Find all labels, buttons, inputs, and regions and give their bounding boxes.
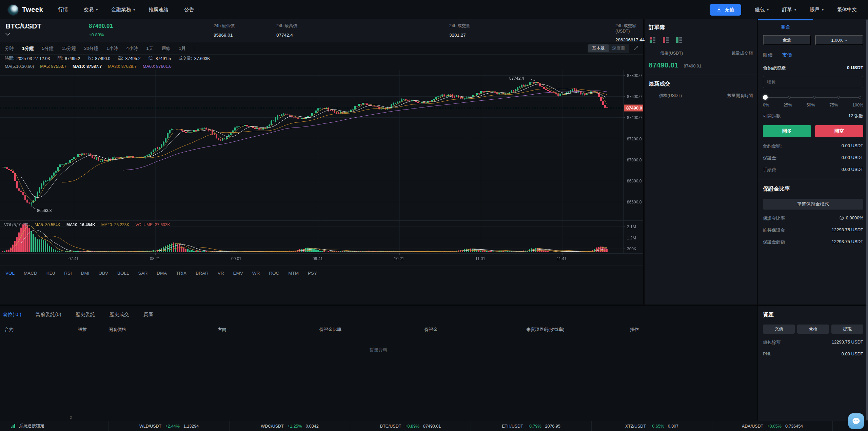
indicator-tab[interactable]: RSI bbox=[64, 271, 72, 276]
timeframe-tab[interactable]: 1小時 bbox=[106, 45, 118, 52]
depth-view-tab[interactable]: 深度圖 bbox=[609, 44, 629, 52]
quantity-input[interactable] bbox=[763, 76, 863, 88]
indicator-tab[interactable]: BOLL bbox=[117, 271, 129, 276]
margin-mode-button[interactable]: 全倉 bbox=[763, 35, 811, 45]
kline-chart[interactable]: VOL(5,10,20) MA5: 30.554K MA10: 16.454K … bbox=[0, 70, 643, 265]
basic-view-tab[interactable]: 基本版 bbox=[588, 44, 609, 52]
indicator-tab[interactable]: DMI bbox=[81, 271, 90, 276]
withdraw-asset-button[interactable]: 提現 bbox=[831, 325, 863, 334]
slider-dot[interactable] bbox=[788, 96, 791, 99]
positions-tab[interactable]: 歷史成交 bbox=[110, 311, 129, 318]
nav-item[interactable]: 金融業務 ▾ bbox=[111, 6, 135, 13]
ticker-item[interactable]: ADA/USDT +0.05% 0.736454 bbox=[712, 421, 833, 431]
indicator-tab[interactable]: PSY bbox=[308, 271, 317, 276]
candle-time: 2025-03-27 12:03 bbox=[16, 56, 50, 61]
timeframe-tab[interactable]: 5分鐘 bbox=[42, 45, 54, 52]
positions-tab[interactable]: 當前委託(0) bbox=[36, 311, 61, 318]
ticker-item[interactable]: WLD/USDT +2.44% 1.13294 bbox=[108, 421, 229, 431]
ticker-item[interactable]: WDC/USDT +1.25% 0.0342 bbox=[229, 421, 350, 431]
chat-widget-button[interactable] bbox=[848, 413, 864, 429]
positions-tab[interactable]: 資產 bbox=[143, 311, 153, 318]
download-icon bbox=[716, 7, 722, 12]
open-long-button[interactable]: 開多 bbox=[763, 125, 811, 137]
expand-icon[interactable] bbox=[633, 45, 638, 52]
positions-tab[interactable]: 歷史委託 bbox=[76, 311, 95, 318]
deposit-button[interactable]: 充值 bbox=[710, 4, 741, 16]
timeframe-tab[interactable]: 週線 bbox=[161, 45, 171, 52]
timeframe-tab[interactable]: 1分鐘 bbox=[22, 45, 34, 52]
nav-item[interactable]: 訂單 ▾ bbox=[782, 6, 796, 13]
nav-item[interactable]: 繁体中文 bbox=[837, 6, 859, 13]
deposit-asset-button[interactable]: 充值 bbox=[763, 325, 795, 334]
ticker-item[interactable]: BTC/USDT +0.89% 87490.01 bbox=[350, 421, 471, 431]
margin-balance-row: 保證金餘額 12293.75 USDT bbox=[763, 239, 863, 245]
timeframe-tab[interactable]: 1天 bbox=[146, 45, 153, 52]
candle-low: 87491.5 bbox=[156, 56, 171, 61]
brand[interactable]: Tweek bbox=[8, 5, 43, 15]
order-buttons: 開多 開空 bbox=[763, 125, 863, 137]
open-short-button[interactable]: 開空 bbox=[815, 125, 863, 137]
indicator-tab[interactable]: ROC bbox=[269, 271, 279, 276]
nav-item-label: 訂單 bbox=[782, 6, 792, 13]
indicator-tab[interactable]: TRIX bbox=[176, 271, 186, 276]
indicator-tab[interactable]: MTM bbox=[288, 271, 299, 276]
quantity-slider[interactable] bbox=[763, 95, 863, 100]
nav-item[interactable]: 交易 ▾ bbox=[84, 6, 98, 13]
nav-item[interactable]: 推廣連結 bbox=[149, 6, 171, 13]
indicator-tab[interactable]: OBV bbox=[99, 271, 108, 276]
indicator-tab[interactable]: DMA bbox=[157, 271, 167, 276]
timeframe-tab[interactable]: 30分鐘 bbox=[84, 45, 98, 52]
ticker-change: +0.65% bbox=[650, 424, 664, 429]
symbol-selector[interactable]: BTC/USDT bbox=[5, 22, 41, 37]
open-position-tab[interactable]: 開倉 bbox=[758, 19, 813, 34]
indicator-tab[interactable]: KDJ bbox=[46, 271, 55, 276]
timeframe-tab[interactable]: 分時 bbox=[5, 45, 14, 52]
indicator-tab[interactable]: EMV bbox=[233, 271, 243, 276]
positions-tab[interactable]: 倉位( 0 ) bbox=[3, 311, 21, 318]
order-type-tab[interactable]: 市價 bbox=[782, 52, 792, 58]
book-view-asks-icon[interactable] bbox=[663, 37, 669, 44]
slider-dot[interactable] bbox=[837, 96, 840, 99]
timeframe-tab[interactable]: 4小時 bbox=[126, 45, 138, 52]
nav-item[interactable]: 行情 bbox=[58, 6, 70, 13]
ticker-item[interactable]: ETH/USDT +0.79% 2076.95 bbox=[471, 421, 591, 431]
book-view-both-icon[interactable] bbox=[649, 37, 656, 44]
chevron-down-icon[interactable] bbox=[5, 31, 41, 37]
timeframe-tab[interactable]: 15分鐘 bbox=[62, 45, 76, 52]
ticker-item[interactable]: XTZ/USDT +0.65% 0.807 bbox=[591, 421, 712, 431]
trades-header: 開倉時間 bbox=[736, 93, 753, 99]
positions-table-header: 保證金比率 bbox=[319, 327, 425, 333]
orderbook-title: 訂單簿 bbox=[649, 24, 753, 31]
page-scrollbar[interactable] bbox=[866, 19, 868, 420]
indicator-tab[interactable]: MACD bbox=[24, 271, 37, 276]
leverage-button[interactable]: 1.00X ▸ bbox=[815, 35, 863, 45]
nav-item[interactable]: 公告 bbox=[184, 6, 196, 13]
single-coin-margin-mode-button[interactable]: 單幣保證金模式 bbox=[763, 199, 863, 210]
indicator-bar: VOLMACDKDJRSIDMIOBVBOLLSARDMATRIXBRARVRE… bbox=[0, 266, 643, 280]
slider-dot[interactable] bbox=[859, 96, 861, 99]
indicator-tab[interactable]: VR bbox=[218, 271, 224, 276]
ticker-strip: WLD/USDT +2.44% 1.13294 WDC/USDT +1.25% … bbox=[108, 421, 833, 431]
indicator-tab[interactable]: SAR bbox=[138, 271, 148, 276]
brand-logo-icon bbox=[8, 5, 18, 15]
nav-item[interactable]: 錢包 ▾ bbox=[755, 6, 769, 13]
exchange-asset-button[interactable]: 兌換 bbox=[797, 325, 829, 334]
kline-canvas[interactable] bbox=[0, 70, 643, 263]
timeframe-tab[interactable]: 1月 bbox=[179, 45, 186, 52]
ticker-price: 0.0342 bbox=[305, 424, 318, 429]
indicator-tab[interactable]: BRAR bbox=[196, 271, 209, 276]
slider-handle[interactable] bbox=[763, 95, 768, 100]
ma10-value: MA10: 87587.7 bbox=[73, 64, 102, 69]
book-view-bids-icon[interactable] bbox=[676, 37, 682, 44]
slider-dot[interactable] bbox=[813, 96, 816, 99]
chat-icon bbox=[852, 417, 861, 425]
nav-item[interactable]: 賬戶 ▾ bbox=[810, 6, 824, 13]
order-type-tab[interactable]: 限價 bbox=[763, 52, 773, 58]
nav-item-label: 繁体中文 bbox=[837, 6, 857, 13]
ticker-change: +1.25% bbox=[288, 424, 302, 429]
last-price: 87490.01 bbox=[89, 23, 113, 30]
indicator-tab[interactable]: VOL bbox=[5, 271, 15, 276]
indicator-tab[interactable]: WR bbox=[252, 271, 260, 276]
ticker-pair: WLD/USDT bbox=[139, 424, 161, 429]
ma-group-label: MA(5,10,30,60) bbox=[5, 64, 34, 69]
